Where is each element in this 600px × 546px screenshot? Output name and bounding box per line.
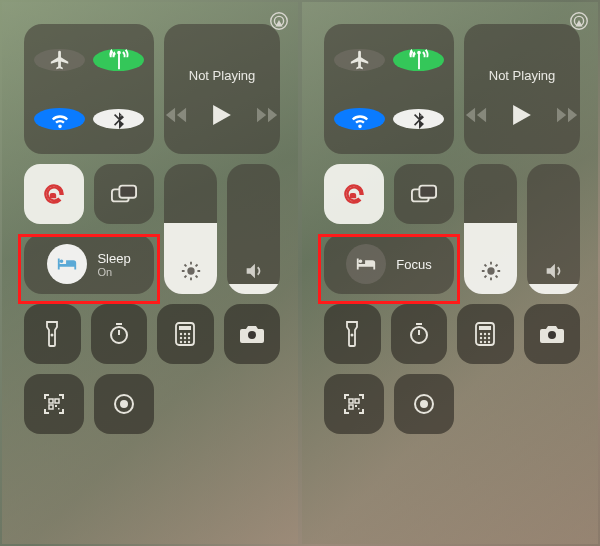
qr-scanner-button[interactable] (24, 374, 84, 434)
airplane-mode-button[interactable] (34, 49, 85, 71)
play-icon[interactable] (213, 105, 231, 125)
svg-rect-32 (49, 405, 53, 409)
connectivity-module[interactable] (24, 24, 154, 154)
shortcut-row-2 (324, 374, 580, 434)
rewind-icon[interactable] (465, 107, 487, 123)
brightness-slider[interactable] (464, 164, 517, 294)
focus-icon-circle (346, 244, 386, 284)
timer-button[interactable] (391, 304, 448, 364)
screen-mirroring-button[interactable] (394, 164, 454, 224)
screen-record-button[interactable] (394, 374, 454, 434)
timer-icon (107, 322, 131, 346)
orientation-lock-button[interactable] (324, 164, 384, 224)
wifi-icon (349, 108, 371, 130)
screen-mirroring-button[interactable] (94, 164, 154, 224)
qr-icon (42, 392, 66, 416)
airplane-mode-button[interactable] (334, 49, 385, 71)
calculator-button[interactable] (457, 304, 514, 364)
brightness-icon (180, 260, 202, 282)
media-module[interactable]: Not Playing (164, 24, 280, 154)
timer-button[interactable] (91, 304, 148, 364)
media-title: Not Playing (489, 68, 555, 83)
forward-icon[interactable] (257, 107, 279, 123)
focus-module[interactable]: Focus (324, 234, 454, 294)
svg-point-61 (484, 337, 486, 339)
svg-line-11 (195, 276, 197, 278)
antenna-icon (108, 49, 130, 71)
svg-rect-34 (58, 408, 60, 410)
bluetooth-button[interactable] (93, 109, 144, 129)
airplane-icon (349, 49, 371, 71)
cellular-data-button[interactable] (93, 49, 144, 71)
media-title: Not Playing (189, 68, 255, 83)
camera-button[interactable] (524, 304, 581, 364)
focus-sublabel: On (97, 266, 130, 278)
screen-record-button[interactable] (94, 374, 154, 434)
wifi-button[interactable] (34, 108, 85, 130)
svg-rect-67 (349, 399, 353, 403)
svg-rect-19 (179, 326, 191, 330)
focus-label: Sleep (97, 251, 130, 266)
wifi-button[interactable] (334, 108, 385, 130)
camera-icon (539, 324, 565, 344)
shortcut-row-2 (24, 374, 280, 434)
shortcut-row-1 (24, 304, 280, 364)
svg-rect-4 (119, 186, 136, 198)
wifi-icon (49, 108, 71, 130)
svg-line-47 (484, 264, 486, 266)
volume-slider[interactable] (227, 164, 280, 294)
timer-icon (407, 322, 431, 346)
play-icon[interactable] (513, 105, 531, 125)
focus-icon-circle (47, 244, 87, 284)
flashlight-icon (344, 321, 360, 347)
svg-rect-33 (55, 405, 57, 407)
record-icon (412, 392, 436, 416)
svg-point-28 (188, 341, 190, 343)
brightness-icon (480, 260, 502, 282)
svg-point-26 (180, 341, 182, 343)
flashlight-button[interactable] (324, 304, 381, 364)
calculator-icon (475, 322, 495, 346)
camera-button[interactable] (224, 304, 281, 364)
svg-line-49 (484, 276, 486, 278)
focus-module[interactable]: Sleep On (24, 234, 154, 294)
svg-rect-31 (55, 399, 59, 403)
svg-line-48 (495, 276, 497, 278)
cellular-data-button[interactable] (393, 49, 444, 71)
media-controls (165, 105, 279, 125)
bluetooth-button[interactable] (393, 109, 444, 129)
flashlight-icon (44, 321, 60, 347)
svg-point-42 (487, 267, 494, 274)
flashlight-button[interactable] (24, 304, 81, 364)
svg-point-57 (480, 333, 482, 335)
svg-point-64 (484, 341, 486, 343)
volume-slider[interactable] (527, 164, 580, 294)
focus-label: Focus (396, 257, 431, 272)
forward-icon[interactable] (557, 107, 579, 123)
brightness-slider[interactable] (164, 164, 217, 294)
svg-rect-70 (355, 405, 357, 407)
media-module[interactable]: Not Playing (464, 24, 580, 154)
calculator-icon (175, 322, 195, 346)
svg-point-22 (188, 333, 190, 335)
orientation-lock-button[interactable] (24, 164, 84, 224)
rewind-icon[interactable] (165, 107, 187, 123)
rotation-lock-icon (41, 181, 67, 207)
bed-icon (56, 256, 78, 272)
shortcut-row-1 (324, 304, 580, 364)
svg-point-66 (548, 331, 556, 339)
camera-icon (239, 324, 265, 344)
bed-icon (355, 256, 377, 272)
bluetooth-icon (109, 109, 129, 129)
record-icon (112, 392, 136, 416)
volume-icon (543, 260, 565, 282)
svg-point-20 (180, 333, 182, 335)
svg-line-10 (184, 264, 186, 266)
left-screenshot: Not Playing (2, 2, 298, 544)
svg-point-63 (480, 341, 482, 343)
screen-mirroring-icon (111, 184, 137, 204)
connectivity-module[interactable] (324, 24, 454, 154)
calculator-button[interactable] (157, 304, 214, 364)
svg-point-58 (484, 333, 486, 335)
qr-scanner-button[interactable] (324, 374, 384, 434)
